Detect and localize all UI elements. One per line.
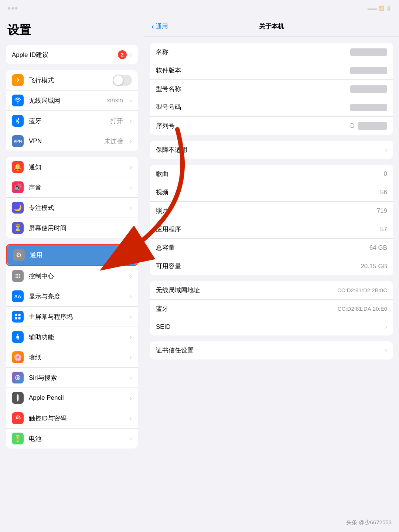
warranty-section: 保障不适用 › — [150, 141, 393, 159]
siri-icon — [12, 372, 24, 383]
sidebar-item-wallpaper[interactable]: 🌸 墙纸 › — [6, 347, 138, 368]
wifi-value: xinxin — [107, 97, 123, 104]
sidebar-item-vpn[interactable]: VPN VPN 未连接 › — [6, 131, 138, 151]
vpn-label: VPN — [29, 137, 99, 145]
warranty-chevron: › — [385, 146, 387, 154]
info-label-seid: SEID — [156, 323, 171, 331]
apple-id-label: Apple ID建议 — [12, 51, 48, 59]
airplane-icon: ✈ — [12, 74, 24, 86]
info-value-available: 20.15 GB — [361, 263, 387, 270]
network-section: 无线局域网地址 CC:D2:81:D2:2B:8C 蓝牙 CC:D2:81:DA… — [150, 281, 393, 335]
sidebar-item-battery[interactable]: 🔋 电池 › — [6, 429, 138, 449]
warranty-card: 保障不适用 › — [150, 141, 393, 159]
info-label-bt-addr: 蓝牙 — [156, 304, 168, 313]
control-center-icon — [12, 270, 24, 282]
certificates-section: 证书信任设置 › — [150, 341, 393, 359]
certificates-card: 证书信任设置 › — [150, 341, 393, 359]
sidebar-item-notifications[interactable]: 🔔 通知 › — [6, 157, 138, 177]
applepencil-icon — [12, 392, 24, 404]
info-label-model-name: 型号名称 — [156, 85, 181, 93]
stats-section: 歌曲 0 视频 56 照片 719 应用程序 57 — [150, 165, 393, 275]
apple-id-badge: 2 — [118, 50, 127, 59]
info-row-warranty[interactable]: 保障不适用 › — [150, 141, 393, 159]
status-icons: ▬▬ 📶 🔋 — [368, 6, 392, 11]
sidebar-item-display[interactable]: AA 显示与亮度 › — [6, 286, 138, 307]
sidebar-item-sounds[interactable]: 🔊 声音 › — [6, 177, 138, 198]
svg-point-13 — [17, 334, 18, 335]
info-value-model-num — [350, 104, 387, 111]
nav-back-chevron: ‹ — [151, 22, 154, 31]
info-label-model-num: 型号号码 — [156, 103, 181, 112]
info-row-model-num: 型号号码 — [150, 98, 393, 117]
homescreen-label: 主屏幕与程序坞 — [29, 313, 123, 321]
sidebar-item-general[interactable]: ⚙ 通用 — [7, 245, 137, 265]
watermark: 头条 @少6672553 — [346, 519, 392, 526]
sidebar-item-applepencil[interactable]: Apple Pencil › — [6, 388, 138, 408]
focus-chevron: › — [130, 204, 132, 212]
sidebar-item-siri[interactable]: Siri与搜索 › — [6, 368, 138, 388]
svg-point-8 — [19, 277, 20, 278]
sidebar-item-bluetooth[interactable]: 蓝牙 打开 › — [6, 111, 138, 131]
sidebar-item-airplane[interactable]: ✈ 飞行模式 — [6, 70, 138, 91]
focus-label: 专注模式 — [29, 204, 123, 212]
info-row-cert[interactable]: 证书信任设置 › — [150, 341, 393, 359]
wifi-icon — [12, 95, 24, 106]
info-row-name: 名称 — [150, 43, 393, 61]
info-label-videos: 视频 — [156, 188, 168, 197]
info-label-apps: 应用程序 — [156, 225, 181, 233]
battery-label: 电池 — [29, 434, 123, 443]
svg-point-7 — [17, 277, 18, 278]
info-row-model-name: 型号名称 — [150, 80, 393, 98]
focus-icon: 🌙 — [12, 202, 24, 214]
vpn-icon: VPN — [12, 135, 24, 147]
general-icon: ⚙ — [13, 249, 25, 261]
network-card: 无线局域网地址 CC:D2:81:D2:2B:8C 蓝牙 CC:D2:81:DA… — [150, 281, 393, 335]
info-row-seid[interactable]: SEID › — [150, 318, 393, 335]
sidebar-item-accessibility[interactable]: 辅助功能 › — [6, 327, 138, 347]
notifications-icon: 🔔 — [12, 161, 24, 173]
sounds-chevron: › — [130, 184, 132, 191]
touchid-icon — [12, 412, 24, 424]
nav-title: 关于本机 — [259, 22, 284, 31]
device-info-card: 名称 软件版本 型号名称 型号号码 — [150, 43, 393, 135]
sidebar-item-wifi[interactable]: 无线局域网 xinxin › — [6, 91, 138, 111]
nav-back-button[interactable]: ‹ 通用 — [151, 22, 168, 31]
info-value-serial-d: D — [350, 122, 355, 130]
svg-rect-10 — [18, 314, 21, 316]
info-row-software: 软件版本 — [150, 61, 393, 80]
sidebar-item-control-center[interactable]: 控制中心 › — [6, 266, 138, 286]
sidebar-item-focus[interactable]: 🌙 专注模式 › — [6, 198, 138, 218]
sidebar-item-touchid[interactable]: 触控ID与密码 › — [6, 408, 138, 429]
svg-rect-9 — [15, 314, 17, 316]
vpn-value: 未连接 — [104, 137, 123, 146]
info-label-songs: 歌曲 — [156, 170, 168, 178]
nav-back-label: 通用 — [156, 22, 168, 31]
wallpaper-label: 墙纸 — [29, 353, 123, 362]
display-chevron: › — [130, 293, 132, 300]
nav-bar: ‹ 通用 关于本机 — [144, 16, 399, 37]
seid-chevron: › — [385, 323, 387, 331]
airplane-toggle[interactable] — [113, 75, 132, 86]
info-value-apps: 57 — [380, 226, 387, 233]
info-label-photos: 照片 — [156, 207, 168, 215]
homescreen-chevron: › — [130, 313, 132, 321]
info-value-bt-addr: CC:D2:81:DA:20:E0 — [338, 306, 387, 312]
sidebar-item-screentime[interactable]: ⏳ 屏幕使用时间 › — [6, 218, 138, 238]
info-row-videos: 视频 56 — [150, 183, 393, 202]
info-label-serial: 序列号 — [156, 122, 175, 130]
svg-point-6 — [16, 277, 17, 278]
info-value-wifi-addr: CC:D2:81:D2:2B:8C — [337, 287, 387, 293]
info-label-wifi-addr: 无线局域网地址 — [156, 286, 200, 294]
info-label-capacity: 总容量 — [156, 243, 175, 252]
info-label-available: 可用容量 — [156, 262, 181, 270]
svg-rect-11 — [15, 317, 17, 320]
cert-chevron: › — [385, 347, 387, 354]
display-label: 显示与亮度 — [29, 292, 123, 301]
info-row-bt-addr: 蓝牙 CC:D2:81:DA:20:E0 — [150, 300, 393, 318]
apple-id-banner[interactable]: Apple ID建议 2 › — [6, 45, 138, 64]
info-value-serial-blur — [358, 122, 387, 130]
svg-marker-16 — [17, 400, 19, 402]
info-row-serial: 序列号 D — [150, 117, 393, 135]
sidebar-item-homescreen[interactable]: 主屏幕与程序坞 › — [6, 307, 138, 327]
info-label-cert: 证书信任设置 — [156, 346, 194, 355]
